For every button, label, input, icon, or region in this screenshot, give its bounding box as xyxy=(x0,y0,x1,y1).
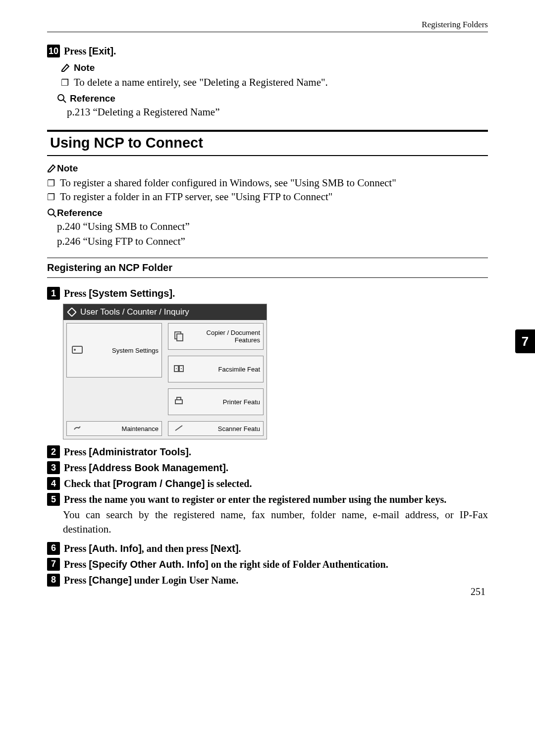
pencil-icon xyxy=(61,63,71,73)
note-bullet: ❐ To register a folder in an FTP server,… xyxy=(47,190,488,204)
step-3: 3 Press [Address Book Management]. xyxy=(47,461,488,474)
step-1: 1 Press [System Settings]. xyxy=(47,287,488,300)
step-number-icon: 5 xyxy=(47,493,60,506)
step-5: 5 Press the name you want to register or… xyxy=(47,493,488,506)
svg-rect-4 xyxy=(68,308,76,317)
step-number-icon: 8 xyxy=(47,574,60,587)
section-heading: Using NCP to Connect xyxy=(50,135,488,151)
subsection-heading-wrap: Registering an NCP Folder xyxy=(47,258,488,278)
step-10-text: Press [Exit]. xyxy=(64,45,116,57)
pencil-icon xyxy=(47,163,57,173)
note-heading: Note xyxy=(61,62,488,73)
reference-heading: Reference xyxy=(47,208,488,218)
step-2-text: Press [Administrator Tools]. xyxy=(64,445,191,458)
step-8: 8 Press [Change] under Login User Name. xyxy=(47,574,488,587)
section-heading-wrap: Using NCP to Connect xyxy=(47,130,488,156)
step-number-icon: 6 xyxy=(47,542,60,555)
header-right: Registering Folders xyxy=(422,20,488,29)
screenshot-titlebar: User Tools / Counter / Inquiry xyxy=(63,304,267,320)
step-number-icon: 2 xyxy=(47,445,60,458)
step-4: 4 Check that [Program / Change] is selec… xyxy=(47,477,488,490)
reference-text: p.213 “Deleting a Registered Name” xyxy=(67,105,488,119)
step-number-icon: 7 xyxy=(47,558,60,571)
step-7-text: Press [Specify Other Auth. Info] on the … xyxy=(64,558,388,570)
step-4-text: Check that [Program / Change] is selecte… xyxy=(64,477,252,489)
step-2: 2 Press [Administrator Tools]. xyxy=(47,445,488,458)
step-3-text: Press [Address Book Management]. xyxy=(64,461,228,474)
step-number-icon: 4 xyxy=(47,477,60,490)
checkbox-bullet-icon: ❐ xyxy=(47,176,55,190)
step-7: 7 Press [Specify Other Auth. Info] on th… xyxy=(47,558,488,571)
running-header: Registering Folders xyxy=(47,20,488,32)
facsimile-features-button[interactable]: Facsimile Feat xyxy=(168,356,264,382)
maintenance-button[interactable]: Maintenance xyxy=(66,421,162,436)
copier-features-button[interactable]: Copier / Document Features xyxy=(168,323,264,350)
page-number: 251 xyxy=(471,586,485,597)
step-6: 6 Press [Auth. Info], and then press [Ne… xyxy=(47,542,488,555)
wrench-icon xyxy=(70,424,85,434)
step-number-icon: 10 xyxy=(47,45,60,57)
scanner-icon xyxy=(171,424,186,434)
svg-rect-8 xyxy=(177,334,183,341)
note-bullet: ❐ To register a shared folder configured… xyxy=(47,176,488,190)
reference-text: p.246 “Using FTP to Connect” xyxy=(57,234,488,249)
printer-icon xyxy=(171,395,186,409)
svg-point-12 xyxy=(181,368,182,369)
step-5-detail: You can search by the registered name, f… xyxy=(63,508,488,536)
ui-screenshot: User Tools / Counter / Inquiry System Se… xyxy=(63,304,267,439)
svg-point-11 xyxy=(176,368,177,369)
scanner-features-button[interactable]: Scanner Featu xyxy=(168,421,264,436)
step-10: 10 Press [Exit]. xyxy=(47,45,488,57)
checkbox-bullet-icon: ❐ xyxy=(47,190,55,204)
svg-point-6 xyxy=(74,349,76,351)
note-bullet: ❐ To delete a name entirely, see "Deleti… xyxy=(61,75,488,89)
copier-icon xyxy=(171,330,186,343)
step-number-icon: 3 xyxy=(47,461,60,474)
chapter-tab: 7 xyxy=(515,329,535,353)
reference-heading: Reference xyxy=(57,93,488,104)
note-heading: Note xyxy=(47,163,488,174)
step-8-text: Press [Change] under Login User Name. xyxy=(64,574,238,586)
magnifier-icon xyxy=(47,208,57,218)
diamond-icon xyxy=(67,308,76,317)
svg-line-1 xyxy=(63,100,66,103)
system-settings-button[interactable]: System Settings xyxy=(66,323,162,378)
magnifier-icon xyxy=(57,94,67,104)
svg-point-2 xyxy=(48,209,54,215)
step-6-text: Press [Auth. Info], and then press [Next… xyxy=(64,542,241,554)
fax-icon xyxy=(171,363,186,376)
subsection-heading: Registering an NCP Folder xyxy=(47,262,488,273)
svg-rect-13 xyxy=(175,400,182,404)
gear-icon xyxy=(70,343,85,358)
svg-line-15 xyxy=(175,426,182,431)
printer-features-button[interactable]: Printer Featu xyxy=(168,388,264,415)
svg-point-0 xyxy=(58,95,64,101)
svg-rect-14 xyxy=(177,397,181,400)
svg-line-3 xyxy=(54,215,56,217)
checkbox-bullet-icon: ❐ xyxy=(61,75,69,89)
step-5-text: Press the name you want to register or e… xyxy=(64,493,446,505)
reference-text: p.240 “Using SMB to Connect” xyxy=(57,219,488,234)
step-number-icon: 1 xyxy=(47,287,60,300)
step-1-text: Press [System Settings]. xyxy=(64,287,175,299)
